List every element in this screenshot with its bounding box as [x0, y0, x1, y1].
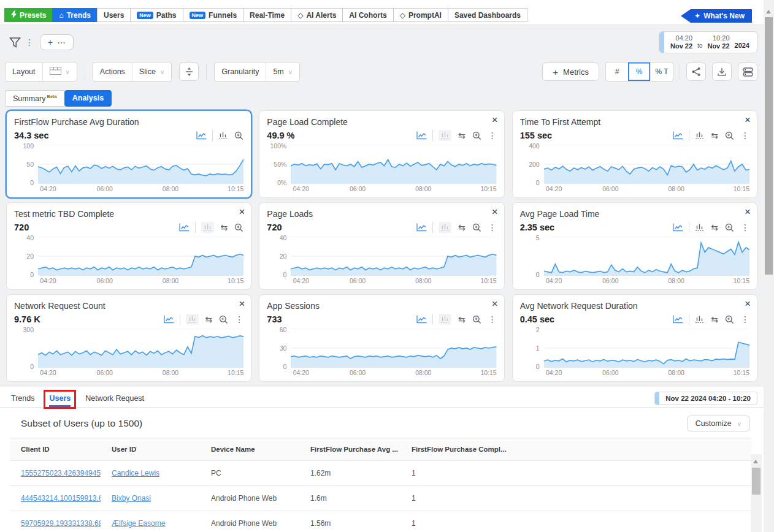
bar-chart-icon[interactable] [186, 314, 199, 325]
zoom-icon[interactable] [725, 131, 734, 140]
tab-trends[interactable]: Trends [11, 393, 34, 409]
col-purchase-complete[interactable]: FirstFlow Purchase Compl... [400, 446, 751, 453]
layout-selector[interactable]: ∨ [42, 63, 77, 81]
nav-trends[interactable]: ⌂ Trends [52, 8, 98, 22]
line-chart-icon[interactable] [673, 223, 683, 232]
bar-chart-icon[interactable] [439, 314, 451, 325]
line-chart-icon[interactable] [416, 223, 427, 232]
client-id-link[interactable]: 444543214.100159913.6545... [10, 494, 101, 503]
whats-new-button[interactable]: ✦ What's New [681, 9, 752, 23]
col-user-id[interactable]: User ID [101, 446, 200, 453]
user-id-link[interactable]: Ælfsige Easome [101, 519, 200, 528]
nav-paths[interactable]: New Paths [130, 8, 183, 22]
close-icon[interactable]: × [239, 207, 245, 217]
line-chart-icon[interactable] [196, 131, 207, 140]
close-icon[interactable]: × [745, 207, 751, 217]
zoom-icon[interactable] [219, 315, 228, 324]
nav-promptai[interactable]: ◇ PromptAI [393, 8, 448, 22]
format-percent[interactable]: % [628, 63, 650, 81]
kebab-menu-icon[interactable]: ⋮ [488, 223, 497, 232]
date-range-picker[interactable]: 04:20 Nov 22 to 10:20 Nov 22 2024 [659, 31, 757, 53]
tab-users[interactable]: Users [49, 393, 71, 409]
share-button[interactable] [686, 63, 706, 81]
zoom-icon[interactable] [234, 131, 243, 140]
close-icon[interactable]: × [492, 298, 498, 309]
zoom-icon[interactable] [472, 223, 481, 232]
nav-ai-cohorts[interactable]: AI Cohorts [342, 8, 393, 22]
kebab-menu-icon[interactable]: ⋮ [741, 223, 749, 232]
nav-users[interactable]: Users [97, 8, 131, 22]
compare-icon[interactable]: ⇆ [221, 223, 228, 232]
close-icon[interactable]: × [745, 115, 751, 125]
kebab-menu-icon[interactable]: ⋮ [235, 315, 243, 324]
kebab-menu-icon[interactable]: ⋮ [488, 131, 497, 140]
user-id-link[interactable]: Candice Lewis [101, 469, 200, 477]
scrollbar-thumb[interactable] [752, 468, 761, 495]
zoom-icon[interactable] [472, 315, 481, 324]
zoom-icon[interactable] [234, 223, 243, 232]
slice-selector[interactable]: Slice ∨ [132, 63, 171, 81]
bar-chart-icon[interactable] [201, 222, 214, 233]
bar-chart-icon[interactable] [439, 222, 451, 233]
col-client-id[interactable]: Client ID [10, 446, 101, 453]
close-icon[interactable]: × [745, 298, 751, 309]
close-icon[interactable]: × [239, 298, 245, 309]
bar-chart-icon[interactable] [695, 131, 704, 140]
bar-chart-icon[interactable] [439, 130, 451, 141]
close-icon[interactable]: × [492, 207, 498, 217]
compare-icon[interactable]: ⇆ [711, 223, 718, 232]
kebab-menu-icon[interactable]: ⋮ [741, 131, 749, 140]
bar-chart-icon[interactable] [695, 223, 704, 232]
split-view-button[interactable] [179, 63, 199, 81]
col-purchase-avg[interactable]: FirstFlow Purchase Avg ... ↓ [299, 446, 400, 453]
compare-icon[interactable]: ⇆ [458, 315, 466, 324]
client-id-link[interactable]: 59705929.193331338.68950... [10, 519, 101, 528]
nav-saved-dashboards[interactable]: Saved Dashboards [448, 8, 527, 22]
tab-analysis[interactable]: Analysis [64, 90, 112, 107]
tab-network-request[interactable]: Network Request [85, 393, 144, 409]
nav-presets[interactable]: Presets [4, 8, 53, 22]
page-scrollbar[interactable] [764, 0, 774, 532]
col-device-name[interactable]: Device Name [200, 446, 299, 453]
line-chart-icon[interactable] [673, 315, 683, 324]
client-id-link[interactable]: 1555275023.426394945.177... [10, 469, 101, 477]
compare-icon[interactable]: ⇆ [711, 315, 718, 324]
download-button[interactable] [712, 63, 732, 81]
detail-date-chip[interactable]: Nov 22 2024 04:20 - 10:20 [654, 392, 757, 405]
card-view-button[interactable] [738, 63, 757, 81]
scroll-up-icon[interactable] [766, 10, 771, 13]
add-metrics-button[interactable]: + Metrics [542, 63, 599, 81]
add-filter-button[interactable]: + ⋯ [40, 34, 74, 50]
line-chart-icon[interactable] [416, 315, 427, 324]
zoom-icon[interactable] [725, 223, 734, 232]
kebab-menu-icon[interactable]: ⋮ [741, 315, 749, 324]
kebab-menu-icon[interactable]: ⋮ [488, 315, 497, 324]
scroll-up-icon[interactable] [753, 460, 758, 463]
bar-chart-icon[interactable] [695, 315, 704, 324]
compare-icon[interactable]: ⇆ [205, 315, 213, 324]
customize-button[interactable]: Customize ∨ [687, 416, 750, 431]
format-percent-total[interactable]: % T [650, 63, 673, 81]
granularity-selector[interactable]: 5m ∨ [266, 63, 299, 81]
nav-ai-alerts[interactable]: ◇ AI Alerts [291, 8, 343, 22]
zoom-icon[interactable] [725, 315, 734, 324]
filter-kebab-icon[interactable]: ⋮ [25, 37, 34, 47]
nav-real-time[interactable]: Real-Time [243, 8, 291, 22]
tab-summary[interactable]: SummaryBeta [5, 90, 65, 107]
compare-icon[interactable]: ⇆ [458, 131, 466, 140]
table-scrollbar[interactable] [751, 454, 762, 532]
close-icon[interactable]: × [492, 115, 498, 125]
line-chart-icon[interactable] [673, 131, 683, 140]
bar-chart-icon[interactable] [218, 131, 228, 140]
zoom-icon[interactable] [472, 131, 481, 140]
compare-icon[interactable]: ⇆ [711, 131, 718, 140]
line-chart-icon[interactable] [164, 315, 174, 324]
user-id-link[interactable]: Bixby Onasi [101, 494, 200, 503]
compare-icon[interactable]: ⇆ [458, 223, 466, 232]
format-count[interactable]: # [606, 63, 628, 81]
filter-funnel-icon[interactable] [9, 37, 21, 48]
line-chart-icon[interactable] [179, 223, 190, 232]
line-chart-icon[interactable] [416, 131, 427, 140]
nav-funnels[interactable]: New Funnels [183, 8, 244, 22]
scrollbar-thumb[interactable] [765, 17, 773, 275]
